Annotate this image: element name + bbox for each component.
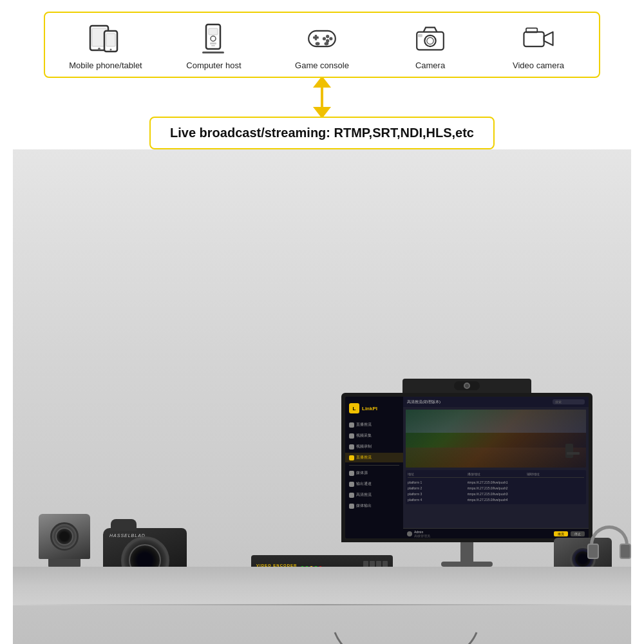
headphones-cups bbox=[587, 544, 631, 559]
menu-text-5: 媒体源 bbox=[356, 470, 368, 476]
monitor-body: L LinkPI 直播推流 视频采集 bbox=[341, 393, 592, 542]
screen-menu-item-7[interactable]: 高清推流 bbox=[345, 490, 403, 500]
device-item-game: Game console bbox=[283, 22, 361, 70]
menu-text-4: 直播推流 bbox=[356, 455, 372, 460]
svg-point-5 bbox=[110, 49, 112, 51]
computer-icon bbox=[194, 22, 233, 55]
monitor-screen: L LinkPI 直播推流 视频采集 bbox=[345, 397, 589, 538]
svg-point-17 bbox=[323, 37, 326, 40]
svg-point-20 bbox=[324, 42, 328, 45]
row2-col2: rtmps://t.27.215.0/live/push2 bbox=[468, 486, 525, 490]
svg-point-19 bbox=[316, 42, 320, 45]
streaming-box: Live broadcast/streaming: RTMP,SRT,NDI,H… bbox=[149, 117, 495, 149]
menu-icon-7 bbox=[349, 493, 354, 498]
screen-menu-item-1[interactable]: 直播推流 bbox=[345, 420, 403, 430]
svg-point-8 bbox=[211, 36, 216, 41]
svg-rect-10 bbox=[211, 45, 215, 46]
header-3: 辅助地址 bbox=[527, 472, 584, 476]
table-row-3: platform 3 rtmps://t.27.215.0/live/push3 bbox=[408, 491, 584, 497]
surface bbox=[13, 567, 631, 605]
device-label-video-camera: Video camera bbox=[513, 61, 564, 70]
device-label-phone: Mobile phone/tablet bbox=[69, 61, 142, 70]
screen-bottom-bar: Admin 高级管理员 推流 停止 bbox=[403, 528, 589, 538]
table-row-1: platform 1 rtmps://t.27.215.0/live/push1 bbox=[408, 479, 584, 485]
headphones bbox=[587, 526, 631, 560]
ptz-lens-housing bbox=[50, 522, 79, 551]
menu-text-2: 视频采集 bbox=[356, 433, 372, 439]
menu-text-3: 视频录制 bbox=[356, 444, 372, 450]
header-2: 播放地址 bbox=[468, 472, 525, 476]
row4-col2: rtmps://t.27.215.0/live/push4 bbox=[468, 498, 525, 502]
topbar-search[interactable]: 搜索 bbox=[553, 399, 585, 404]
screen-main: 高清推流(助理版本) 搜索 bbox=[403, 397, 589, 538]
table-row-4: platform 4 rtmps://t.27.215.0/live/push4 bbox=[408, 497, 584, 502]
screen-content: 地址 播放地址 辅助地址 platform 1 rtmps://t.27.215… bbox=[403, 407, 589, 528]
camera-icon bbox=[411, 22, 450, 55]
svg-point-16 bbox=[329, 37, 332, 40]
svg-rect-7 bbox=[209, 28, 218, 35]
headphone-cup-right bbox=[620, 544, 631, 559]
svg-point-15 bbox=[326, 35, 329, 38]
topbar-title: 高清推流(助理版本) bbox=[407, 399, 440, 405]
menu-icon-5 bbox=[349, 471, 354, 476]
menu-text-8: 媒体输出 bbox=[356, 503, 372, 509]
svg-rect-14 bbox=[315, 35, 317, 41]
video-camera-icon bbox=[519, 22, 558, 55]
bottom-section: L LinkPI 直播推流 视频采集 bbox=[13, 149, 631, 644]
screen-menu-item-3[interactable]: 视频录制 bbox=[345, 442, 403, 451]
row3-col2: rtmps://t.27.215.0/live/push3 bbox=[468, 492, 525, 496]
screen-topbar: 高清推流(助理版本) 搜索 bbox=[403, 397, 589, 407]
row1-col1: platform 1 bbox=[408, 480, 465, 484]
search-placeholder: 搜索 bbox=[555, 400, 562, 404]
screen-table: 地址 播放地址 辅助地址 platform 1 rtmps://t.27.215… bbox=[406, 470, 586, 504]
row2-col3 bbox=[527, 486, 584, 490]
row1-col3 bbox=[527, 480, 584, 484]
surface-line bbox=[13, 604, 631, 605]
screen-user-subtitle: 高级管理员 bbox=[414, 534, 430, 538]
arrow-container bbox=[313, 78, 331, 117]
screen-menu-item-8[interactable]: 媒体输出 bbox=[345, 501, 403, 511]
svg-rect-4 bbox=[106, 33, 115, 46]
screen-logo-icon: L bbox=[349, 403, 359, 413]
row3-col1: platform 3 bbox=[408, 492, 465, 496]
screen-sidebar: L LinkPI 直播推流 视频采集 bbox=[345, 397, 403, 538]
svg-point-2 bbox=[98, 48, 100, 50]
screen-menu-item-2[interactable]: 视频采集 bbox=[345, 431, 403, 440]
screen-menu-item-5[interactable]: 媒体源 bbox=[345, 468, 403, 478]
device-label-computer: Computer host bbox=[186, 61, 241, 70]
row4-col3 bbox=[527, 498, 584, 502]
device-bar: Mobile phone/tablet Computer host bbox=[44, 12, 600, 78]
screen-menu-item-4-active[interactable]: 直播推流 bbox=[345, 453, 403, 462]
svg-point-22 bbox=[424, 35, 435, 46]
screen-menu-item-6[interactable]: 输出通道 bbox=[345, 479, 403, 489]
menu-text-6: 输出通道 bbox=[356, 481, 372, 487]
svg-point-23 bbox=[427, 37, 433, 44]
scene: L LinkPI 直播推流 视频采集 bbox=[13, 149, 631, 644]
menu-icon-3 bbox=[349, 444, 354, 450]
menu-icon-1 bbox=[349, 422, 354, 428]
screen-logo-text: LinkPI bbox=[362, 406, 377, 412]
btn-primary[interactable]: 推流 bbox=[554, 531, 568, 536]
bidirectional-arrow bbox=[313, 76, 331, 118]
row3-col3 bbox=[527, 492, 584, 496]
headphones-arc bbox=[590, 526, 629, 545]
webcam bbox=[454, 381, 480, 390]
video-overlay bbox=[406, 410, 586, 468]
monitor-stand bbox=[460, 542, 473, 562]
menu-divider bbox=[349, 465, 399, 466]
game-gun bbox=[567, 452, 580, 455]
table-row-2: platform 2 rtmps://t.27.215.0/live/push2 bbox=[408, 485, 584, 491]
table-header: 地址 播放地址 辅助地址 bbox=[408, 472, 584, 478]
video-preview bbox=[406, 410, 586, 468]
row2-col1: platform 2 bbox=[408, 486, 465, 490]
screen-buttons: 推流 停止 bbox=[554, 531, 585, 536]
device-item-video-camera: Video camera bbox=[500, 22, 577, 70]
svg-rect-9 bbox=[210, 43, 216, 44]
screen-avatar bbox=[407, 531, 412, 536]
device-item-computer: Computer host bbox=[175, 22, 252, 70]
btn-secondary[interactable]: 停止 bbox=[571, 531, 585, 536]
monitor-top-bar bbox=[402, 379, 531, 393]
monitor-base bbox=[441, 562, 493, 567]
svg-rect-25 bbox=[524, 32, 544, 47]
menu-icon-6 bbox=[349, 482, 354, 487]
